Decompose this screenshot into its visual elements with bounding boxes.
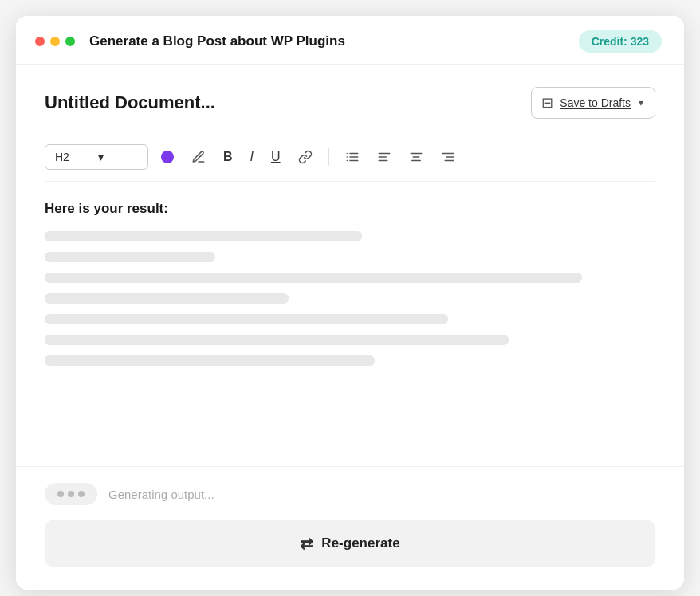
italic-icon: I — [250, 150, 254, 164]
footer-area: Generating output... ⇄ Re-generate — [16, 467, 684, 590]
skeleton-lines — [45, 231, 655, 366]
title-bar: Generate a Blog Post about WP Plugins Cr… — [16, 16, 684, 65]
align-right-button[interactable] — [436, 147, 460, 167]
highlighter-icon — [191, 150, 206, 164]
highlighter-button[interactable] — [187, 147, 210, 167]
align-center-icon — [409, 150, 423, 164]
skeleton-line — [45, 355, 375, 366]
link-icon — [298, 150, 313, 164]
minimize-dot[interactable] — [50, 37, 60, 46]
skeleton-line — [45, 252, 215, 262]
skeleton-line — [45, 314, 448, 324]
save-icon: ⊟ — [541, 94, 553, 112]
chevron-down-icon: ▾ — [639, 97, 643, 108]
editor-toolbar: H2 ▾ B I U — [45, 136, 655, 182]
generating-row: Generating output... — [45, 483, 655, 505]
main-window: Generate a Blog Post about WP Plugins Cr… — [16, 16, 684, 590]
regenerate-button[interactable]: ⇄ Re-generate — [45, 520, 655, 567]
document-area: Untitled Document... ⊟ Save to Drafts ▾ … — [16, 65, 684, 467]
traffic-lights — [35, 37, 75, 46]
regenerate-icon: ⇄ — [300, 534, 313, 553]
loader-dot-3 — [78, 491, 85, 497]
italic-button[interactable]: I — [246, 147, 258, 167]
page-title: Generate a Blog Post about WP Plugins — [89, 33, 579, 49]
bold-button[interactable]: B — [218, 147, 238, 167]
loader-dot-1 — [57, 491, 64, 497]
skeleton-line — [45, 273, 582, 283]
underline-icon: U — [271, 150, 281, 164]
maximize-dot[interactable] — [65, 37, 75, 46]
align-left-button[interactable] — [372, 147, 396, 167]
regenerate-label: Re-generate — [321, 535, 399, 551]
list-button[interactable] — [340, 147, 364, 167]
heading-chevron-icon: ▾ — [98, 151, 104, 163]
heading-select[interactable]: H2 ▾ — [45, 144, 148, 170]
skeleton-line — [45, 231, 362, 241]
close-dot[interactable] — [35, 37, 45, 46]
skeleton-line — [45, 293, 289, 304]
dots-loader — [45, 483, 97, 505]
doc-header: Untitled Document... ⊟ Save to Drafts ▾ — [45, 87, 655, 119]
bold-icon: B — [223, 150, 233, 164]
align-right-icon — [441, 150, 455, 164]
credit-badge: Credit: 323 — [579, 30, 662, 53]
link-button[interactable] — [293, 147, 317, 167]
generating-text: Generating output... — [108, 488, 214, 501]
save-drafts-label: Save to Drafts — [560, 96, 631, 109]
result-label: Here is your result: — [45, 201, 655, 217]
skeleton-line — [45, 335, 509, 345]
loader-dot-2 — [68, 491, 74, 497]
doc-title: Untitled Document... — [45, 92, 215, 113]
underline-button[interactable]: U — [266, 147, 285, 167]
list-icon — [345, 150, 360, 164]
toolbar-divider — [328, 148, 329, 166]
color-picker-button[interactable] — [156, 147, 179, 167]
align-center-button[interactable] — [404, 147, 428, 167]
align-left-icon — [377, 150, 391, 164]
heading-value: H2 — [55, 151, 69, 163]
color-dot — [161, 151, 174, 163]
save-to-drafts-button[interactable]: ⊟ Save to Drafts ▾ — [531, 87, 655, 119]
